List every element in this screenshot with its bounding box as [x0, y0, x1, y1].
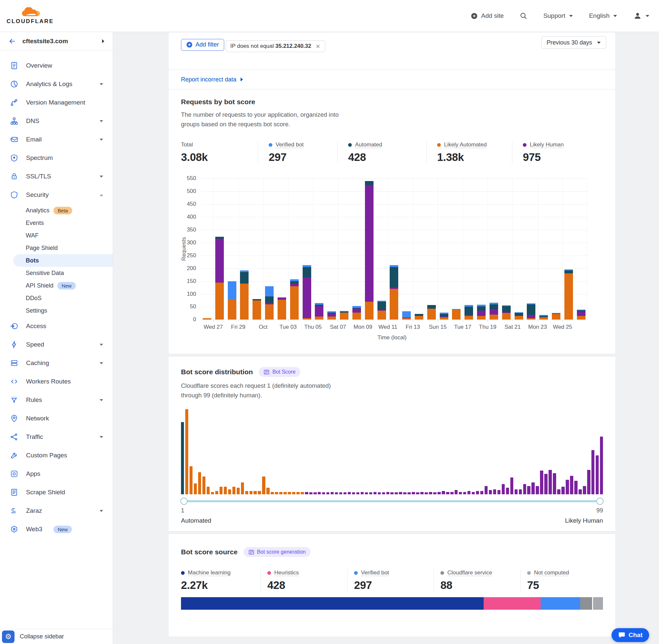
cloudflare-logo[interactable]: CLOUDFLARE — [6, 7, 54, 25]
sidebar-item-apps[interactable]: Apps — [0, 465, 113, 483]
chevron-down-icon[interactable] — [99, 436, 103, 439]
chevron-down-icon — [645, 15, 650, 18]
histogram-bar — [480, 491, 483, 494]
sidebar-item-caching[interactable]: Caching — [0, 354, 113, 372]
language-menu[interactable]: English — [589, 12, 617, 20]
x-tick — [238, 320, 239, 322]
sidebar-item-security[interactable]: Security — [0, 186, 113, 204]
histogram-bar — [211, 492, 214, 495]
sidebar-item-ddos[interactable]: DDoS — [0, 292, 113, 304]
chevron-down-icon[interactable] — [99, 175, 103, 178]
sidebar-item-spectrum[interactable]: Spectrum — [0, 149, 113, 167]
sidebar-item-rules[interactable]: Rules — [0, 391, 113, 409]
sidebar-item-label: Zaraz — [26, 507, 42, 514]
stat-total: Total3.08k — [181, 141, 258, 164]
traffic-icon — [10, 433, 19, 441]
sidebar-item-settings[interactable]: Settings — [0, 304, 113, 317]
sidebar-item-security-analytics[interactable]: AnalyticsBeta — [0, 204, 113, 217]
chevron-right-icon[interactable] — [101, 39, 105, 44]
network-icon — [10, 414, 19, 423]
histogram-bar — [429, 492, 432, 495]
chevron-down-icon[interactable] — [99, 343, 103, 346]
gridline — [587, 178, 588, 320]
bar-segment-automated — [465, 307, 473, 315]
bot-score-generation-badge[interactable]: Bot score generation — [244, 547, 311, 557]
stat-label-text: Total — [181, 141, 193, 148]
add-site-button[interactable]: Add site — [471, 12, 504, 20]
cloudflare-wordmark: CLOUDFLARE — [6, 18, 54, 25]
x-tick-label: Mon 23 — [528, 324, 547, 330]
histogram-bar — [313, 492, 316, 494]
y-tick-label: 150 — [187, 278, 196, 284]
stacked-bar — [402, 311, 411, 320]
search-button[interactable] — [520, 12, 527, 20]
chat-button[interactable]: Chat — [612, 628, 649, 642]
sidebar-item-label: DDoS — [26, 295, 42, 302]
sidebar-item-api-shield[interactable]: API ShieldNew — [0, 279, 113, 292]
y-tick-label: 500 — [187, 188, 196, 194]
sidebar-item-version-management[interactable]: Version Management — [0, 93, 113, 112]
sidebar-item-custom-pages[interactable]: Custom Pages — [0, 446, 113, 465]
chevron-down-icon[interactable] — [99, 138, 103, 141]
bar-segment-likely-automated — [327, 317, 336, 320]
bar-segment-likely-automated — [303, 318, 311, 320]
chevron-down-icon[interactable] — [99, 120, 103, 123]
histogram-bar — [485, 486, 488, 495]
requests-chart: Requests 5505004504003503002502001501005… — [181, 178, 603, 343]
sidebar-item-overview[interactable]: Overview — [0, 56, 113, 75]
sidebar-item-zaraz[interactable]: Zaraz — [0, 502, 113, 520]
sidebar-item-label: Analytics — [26, 207, 49, 214]
sidebar-item-scrape-shield[interactable]: Scrape Shield — [0, 483, 113, 502]
sidebar-item-ssl-tls[interactable]: SSL/TLS — [0, 167, 113, 186]
collapse-sidebar-row[interactable]: ⚙ Collapse sidebar — [0, 629, 113, 644]
sidebar-item-dns[interactable]: DNS — [0, 112, 113, 130]
remove-filter-button[interactable] — [315, 44, 321, 49]
back-arrow-icon[interactable] — [8, 37, 17, 45]
docs-icon — [249, 550, 254, 555]
sidebar-item-waf[interactable]: WAF — [0, 229, 113, 242]
chevron-down-icon[interactable] — [99, 509, 103, 512]
gear-icon[interactable]: ⚙ — [2, 630, 15, 643]
gridline — [201, 320, 587, 320]
support-menu[interactable]: Support — [543, 12, 573, 20]
stat-label: Cloudflare service — [441, 570, 517, 576]
slider-handle-max[interactable] — [596, 498, 604, 505]
sidebar-item-network[interactable]: Network — [0, 409, 113, 428]
speed-icon — [10, 340, 19, 349]
account-menu[interactable] — [633, 12, 650, 20]
slider-track[interactable] — [181, 500, 603, 502]
slider-end-names: Automated Likely Human — [181, 517, 603, 524]
slider-handle-min[interactable] — [180, 498, 188, 505]
sidebar-item-events[interactable]: Events — [0, 217, 113, 229]
stat-likely-human: Likely Human975 — [512, 141, 567, 164]
sidebar-item-traffic[interactable]: Traffic — [0, 428, 113, 446]
chevron-down-icon[interactable] — [99, 362, 103, 365]
add-filter-button[interactable]: Add filter — [181, 39, 224, 51]
report-row: Report incorrect data — [168, 70, 615, 89]
bar-segment-automated — [265, 296, 274, 303]
date-range-select[interactable]: Previous 30 days — [541, 36, 606, 49]
sidebar-item-web3[interactable]: Web3New — [0, 520, 113, 538]
bar-segment-automated — [564, 270, 573, 273]
chevron-down-icon[interactable] — [99, 399, 103, 401]
bar-segment-automated — [490, 304, 498, 309]
sidebar-item-sensitive-data[interactable]: Sensitive Data — [0, 267, 113, 279]
x-tick-label: Wed 25 — [553, 324, 572, 330]
filter-chip[interactable]: IP does not equal 35.212.240.32 — [226, 40, 325, 52]
histogram-bar — [536, 486, 539, 495]
sidebar-item-analytics-logs[interactable]: Analytics & Logs — [0, 75, 113, 93]
sidebar-item-page-shield[interactable]: Page Shield — [0, 242, 113, 254]
bar-segment-automated — [427, 305, 436, 309]
sidebar-item-speed[interactable]: Speed — [0, 335, 113, 354]
sidebar-item-bots[interactable]: Bots — [13, 254, 113, 267]
chevron-up-icon[interactable] — [99, 193, 103, 197]
histogram-bar — [600, 437, 603, 494]
bot-score-badge[interactable]: Bot Score — [259, 367, 300, 377]
sidebar-item-access[interactable]: Access — [0, 317, 113, 335]
bar-segment-automated — [515, 313, 523, 316]
stacked-bar — [228, 281, 236, 320]
sidebar-item-workers-routes[interactable]: Workers Routes — [0, 372, 113, 391]
report-incorrect-data-link[interactable]: Report incorrect data — [181, 76, 236, 83]
sidebar-item-email[interactable]: Email — [0, 130, 113, 149]
chevron-down-icon[interactable] — [99, 83, 103, 86]
